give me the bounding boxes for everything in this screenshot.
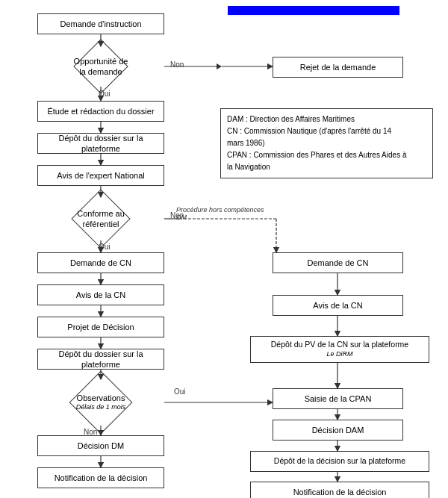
box-etude-redaction: Étude et rédaction du dossier [37, 101, 164, 122]
blue-header-bar [228, 6, 399, 15]
label-oui1: Oui [99, 90, 111, 98]
box-notification-right: Notification de la décision [250, 482, 429, 498]
box-depot-plateforme-2: Dépôt du dossier sur la plateforme [37, 349, 164, 370]
box-depot-pv-cn: Dépôt du PV de la CN sur la plateforme L… [250, 336, 429, 363]
label-oui2: Oui [99, 243, 111, 251]
diamond-conforme: Conforme au référentiel [37, 197, 164, 240]
box-avis-cn-left: Avis de la CN [37, 284, 164, 305]
box-decision-dm: Décision DM [37, 435, 164, 456]
label-non3: Non [84, 428, 97, 436]
legend-box: DAM : Direction des Affaires Maritimes C… [220, 108, 433, 178]
box-projet-decision: Projet de Décision [37, 317, 164, 337]
box-demande-cn-left: Demande de CN [37, 252, 164, 273]
box-demande-instruction: Demande d'instruction [37, 13, 164, 34]
diamond-opportunite: Opportunité de la demande [37, 46, 164, 87]
box-demande-cn-right: Demande de CN [273, 252, 403, 273]
box-rejet-demande: Rejet de la demande [273, 57, 403, 78]
label-oui3: Oui [174, 387, 186, 396]
box-saisie-cpan: Saisie de la CPAN [273, 388, 403, 409]
label-procedure: Procédure hors compétences DM [176, 206, 273, 221]
svg-marker-15 [217, 63, 222, 69]
box-decision-dam: Décision DAM [273, 420, 403, 441]
box-depot-decision-plateforme: Dépôt de la décision sur la plateforme [250, 451, 429, 472]
box-avis-cn-right: Avis de la CN [273, 295, 403, 316]
box-avis-expert: Avis de l'expert National [37, 165, 164, 186]
box-depot-plateforme-1: Dépôt du dossier sur la plateforme [37, 133, 164, 154]
box-notification-left: Notification de la décision [37, 467, 164, 488]
flowchart-diagram: Demande d'instruction Opportunité de la … [0, 0, 448, 498]
label-non1: Non [170, 60, 184, 69]
diamond-observations: Observations Délais de 1 mois [37, 379, 164, 426]
